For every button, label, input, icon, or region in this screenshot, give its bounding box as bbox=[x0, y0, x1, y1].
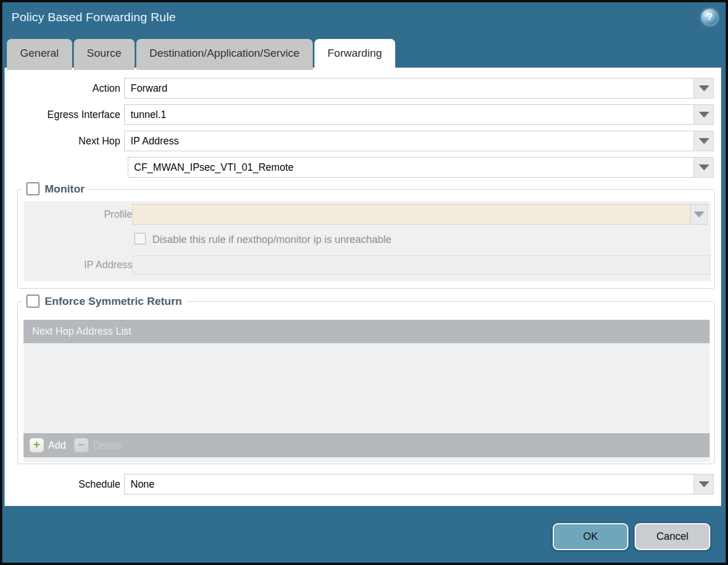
action-label: Action bbox=[5, 78, 120, 99]
monitor-ip-address-label: IP Address bbox=[18, 256, 132, 274]
table-header-next-hop-address-list: Next Hop Address List bbox=[23, 320, 710, 343]
plus-icon: + bbox=[29, 438, 44, 453]
symmetric-return-checkbox[interactable] bbox=[26, 295, 40, 308]
next-hop-type-dropdown-button[interactable] bbox=[694, 131, 714, 151]
profile-label: Profile bbox=[18, 204, 132, 225]
chevron-down-icon bbox=[699, 85, 709, 91]
chevron-down-icon bbox=[699, 112, 709, 117]
profile-input bbox=[132, 204, 691, 225]
help-icon[interactable]: ? bbox=[702, 9, 718, 25]
monitor-ip-address-input bbox=[132, 256, 710, 274]
next-hop-address-dropdown-button[interactable] bbox=[694, 157, 714, 178]
tab-bar: General Source Destination/Application/S… bbox=[7, 39, 395, 70]
schedule-label: Schedule bbox=[5, 474, 120, 495]
monitor-checkbox[interactable] bbox=[26, 182, 40, 195]
symmetric-return-group: Enforce Symmetric Return Next Hop Addres… bbox=[17, 301, 715, 464]
dialog-title: Policy Based Forwarding Rule bbox=[11, 10, 176, 24]
disable-rule-label: Disable this rule if nexthop/monitor ip … bbox=[152, 234, 391, 246]
delete-button-label: Delete bbox=[93, 440, 122, 452]
action-input[interactable] bbox=[124, 78, 694, 99]
forwarding-tab-panel: Action Egress Interface Next Hop Monitor bbox=[5, 68, 721, 506]
next-hop-label: Next Hop bbox=[5, 131, 120, 151]
disable-rule-checkbox bbox=[134, 233, 146, 245]
symmetric-return-legend: Enforce Symmetric Return bbox=[22, 295, 186, 308]
egress-interface-dropdown-button[interactable] bbox=[694, 104, 714, 125]
ok-button[interactable]: OK bbox=[553, 523, 628, 550]
monitor-group: Monitor Profile Disable this rule if nex… bbox=[17, 189, 715, 289]
next-hop-type-input[interactable] bbox=[124, 131, 694, 151]
tab-destination-application-service[interactable]: Destination/Application/Service bbox=[136, 39, 313, 70]
tab-general[interactable]: General bbox=[7, 39, 72, 70]
delete-button: − Delete bbox=[74, 438, 122, 453]
table-body[interactable] bbox=[23, 343, 710, 433]
policy-based-forwarding-dialog: Policy Based Forwarding Rule ? General S… bbox=[0, 0, 728, 565]
tab-forwarding[interactable]: Forwarding bbox=[314, 39, 395, 70]
monitor-legend: Monitor bbox=[22, 182, 89, 195]
monitor-body: Profile Disable this rule if nexthop/mon… bbox=[23, 201, 711, 281]
chevron-down-icon bbox=[699, 164, 709, 170]
action-dropdown-button[interactable] bbox=[694, 78, 714, 99]
chevron-down-icon bbox=[699, 481, 709, 487]
chevron-down-icon bbox=[699, 138, 709, 144]
add-button-label: Add bbox=[48, 440, 66, 452]
profile-dropdown-button bbox=[690, 204, 707, 225]
monitor-legend-label: Monitor bbox=[45, 183, 85, 195]
symmetric-return-legend-label: Enforce Symmetric Return bbox=[45, 295, 182, 308]
table-bottom-strip bbox=[23, 457, 710, 462]
next-hop-address-list-table: Next Hop Address List + Add − Delete bbox=[23, 320, 710, 462]
add-button[interactable]: + Add bbox=[29, 438, 66, 453]
egress-interface-input[interactable] bbox=[124, 104, 694, 125]
cancel-button[interactable]: Cancel bbox=[635, 523, 710, 550]
next-hop-address-input[interactable] bbox=[128, 157, 694, 178]
minus-icon: − bbox=[74, 438, 89, 453]
schedule-input[interactable] bbox=[124, 474, 694, 495]
table-toolbar: + Add − Delete bbox=[23, 433, 710, 457]
egress-interface-label: Egress Interface bbox=[5, 104, 120, 125]
schedule-dropdown-button[interactable] bbox=[694, 474, 714, 495]
chevron-down-icon bbox=[694, 211, 704, 217]
tab-source[interactable]: Source bbox=[74, 39, 135, 70]
